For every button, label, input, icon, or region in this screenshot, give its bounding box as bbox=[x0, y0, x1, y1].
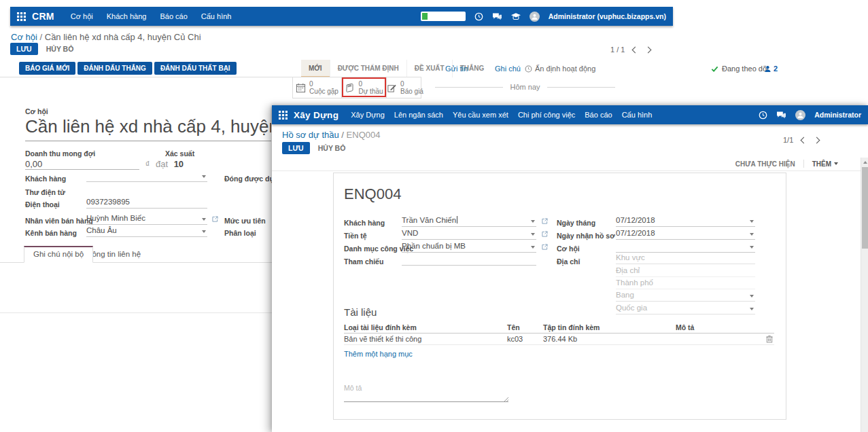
description-textarea[interactable]: Mô tả bbox=[344, 384, 362, 392]
breadcrumb-current: ENQ004 bbox=[347, 130, 381, 140]
col-description: Mô tả bbox=[676, 323, 694, 331]
more-dropdown[interactable]: THÊM bbox=[812, 160, 838, 168]
menu-bao-cao[interactable]: Báo cáo bbox=[585, 111, 612, 119]
menu-cau-hinh[interactable]: Cấu hình bbox=[201, 12, 232, 20]
mark-won-button[interactable]: ĐÁNH DẤU THẮNG bbox=[77, 62, 152, 75]
salesperson-external-link-icon[interactable] bbox=[212, 216, 218, 222]
pager-next-icon[interactable] bbox=[814, 137, 820, 143]
vertical-scrollbar[interactable] bbox=[861, 158, 868, 432]
documents-table: Loại tài liệu đính kèm Tên Tập tin đính … bbox=[344, 322, 774, 358]
stage-new[interactable]: MỚI bbox=[301, 60, 330, 77]
user-avatar[interactable] bbox=[530, 12, 540, 22]
resize-handle-icon[interactable] bbox=[504, 397, 509, 402]
chatter-date-separator: Hôm nay bbox=[435, 83, 615, 91]
address-country-input[interactable]: Quốc gia bbox=[616, 304, 755, 314]
job-category-input[interactable]: Phần chuẩn bị MB bbox=[402, 242, 536, 253]
opportunity-title-input[interactable]: Cần liên hệ xd nhà cấp 4, huyện Củ Chi bbox=[25, 116, 271, 137]
menu-len-ngan-sach[interactable]: Lên ngân sách bbox=[394, 111, 443, 119]
messages-chat-icon[interactable] bbox=[492, 12, 502, 21]
received-date-label: Ngày nhận hồ sơ bbox=[557, 232, 615, 240]
scroll-up-icon[interactable] bbox=[863, 161, 867, 164]
scrollbar-thumb[interactable] bbox=[862, 167, 868, 249]
discard-button[interactable]: HỦY BỎ bbox=[41, 43, 79, 55]
sales-channel-label: Kênh bán hàng bbox=[25, 229, 77, 237]
pager-previous-icon[interactable] bbox=[801, 137, 808, 143]
opportunity-input[interactable] bbox=[616, 242, 755, 253]
save-button[interactable]: LƯU bbox=[10, 43, 38, 55]
mark-lost-button[interactable]: ĐÁNH DẤU THẤT BẠI bbox=[154, 62, 237, 75]
log-note-button[interactable]: Ghi chú bbox=[495, 60, 521, 77]
tags-label: Phân loại bbox=[224, 229, 256, 237]
send-message-button[interactable]: Gửi tin bbox=[445, 60, 468, 77]
received-date-input[interactable]: 07/12/2018 bbox=[616, 229, 755, 240]
phone-input[interactable]: 0937239895 bbox=[86, 198, 207, 209]
cell-attachment-type[interactable]: Bản vẽ thiết kế thi công bbox=[344, 335, 421, 343]
customer-external-link-icon[interactable] bbox=[542, 218, 548, 224]
menu-khach-hang[interactable]: Khách hàng bbox=[107, 12, 147, 20]
screen: CRM Cơ hội Khách hàng Báo cáo Cấu hình bbox=[0, 0, 868, 432]
menu-bao-cao[interactable]: Báo cáo bbox=[160, 12, 187, 20]
construction-navbar-right: Administrator bbox=[759, 110, 861, 120]
reference-input[interactable] bbox=[402, 255, 536, 266]
following-toggle[interactable]: Đang theo dõi bbox=[711, 60, 769, 77]
probability-label: Xác suất bbox=[165, 149, 194, 158]
email-label: Thư điện tử bbox=[25, 188, 65, 196]
probability-value[interactable]: 10 bbox=[174, 159, 184, 169]
cell-name[interactable]: kc03 bbox=[507, 335, 523, 343]
add-line-link[interactable]: Thêm một hạng mục bbox=[344, 350, 774, 358]
address-city-input[interactable]: Thành phố bbox=[616, 278, 755, 289]
menu-chi-phi-cong-viec[interactable]: Chi phí công việc bbox=[518, 111, 575, 119]
job-category-external-link-icon[interactable] bbox=[542, 244, 548, 250]
quotations-stat-button[interactable]: 0Báo giá bbox=[387, 77, 423, 98]
expected-revenue-input[interactable]: 0,00 bbox=[25, 159, 139, 170]
priority-label: Mức ưu tiên bbox=[224, 217, 266, 225]
schedule-activity-button[interactable]: Ấn định hoạt động bbox=[525, 60, 595, 77]
menu-cau-hinh[interactable]: Cấu hình bbox=[622, 111, 653, 119]
new-quotation-button[interactable]: BÁO GIÁ MỚI bbox=[19, 62, 75, 75]
timer-widget[interactable] bbox=[421, 12, 466, 21]
messages-chat-icon[interactable] bbox=[776, 111, 786, 120]
description-underline bbox=[344, 401, 508, 402]
date-input[interactable]: 07/12/2018 bbox=[616, 216, 755, 227]
address-street-input[interactable]: Địa chỉ bbox=[616, 266, 755, 277]
address-state-input[interactable]: Bang bbox=[616, 291, 755, 302]
pager-next-icon[interactable] bbox=[645, 46, 652, 53]
activities-clock-icon[interactable] bbox=[474, 12, 483, 21]
save-button[interactable]: LƯU bbox=[282, 142, 310, 154]
discard-button[interactable]: HỦY BỎ bbox=[313, 142, 351, 154]
edit-controls: LƯU HỦY BỎ bbox=[282, 142, 350, 154]
menu-xay-dung[interactable]: Xây Dựng bbox=[351, 111, 385, 119]
user-menu[interactable]: Administrator (vuphuc.bizapps.vn) bbox=[549, 12, 666, 20]
sales-channel-input[interactable]: Châu Âu bbox=[86, 226, 207, 237]
activities-clock-icon[interactable] bbox=[759, 111, 767, 120]
breadcrumb-parent[interactable]: Hồ sơ dự thầu bbox=[282, 130, 339, 140]
meetings-stat-button[interactable]: 0Cuộc gặp bbox=[293, 77, 342, 98]
pager-previous-icon[interactable] bbox=[632, 46, 639, 53]
stage-qualified[interactable]: ĐƯỢC THẨM ĐỊNH bbox=[330, 60, 406, 77]
cell-attached-file[interactable]: 376.44 Kb bbox=[543, 335, 577, 343]
tab-internal-notes[interactable]: Ghi chú nội bộ bbox=[24, 246, 93, 263]
user-menu[interactable]: Administrator bbox=[814, 111, 861, 119]
address-area-input[interactable]: Khu vực bbox=[616, 253, 755, 264]
user-avatar[interactable] bbox=[795, 110, 805, 120]
menu-co-hoi[interactable]: Cơ hội bbox=[71, 12, 93, 20]
breadcrumb-parent[interactable]: Cơ hội bbox=[11, 32, 37, 42]
menu-yeu-cau-xem-xet[interactable]: Yêu cầu xem xét bbox=[453, 111, 508, 119]
chevron-down-icon bbox=[834, 162, 838, 165]
date-label: Ngày tháng bbox=[557, 219, 595, 227]
academy-cap-icon[interactable] bbox=[511, 13, 521, 20]
delete-row-trash-icon[interactable] bbox=[766, 335, 773, 343]
customer-input[interactable]: Trần Văn Chiến bbox=[402, 216, 536, 227]
crm-main-menu: Cơ hội Khách hàng Báo cáo Cấu hình bbox=[71, 12, 232, 20]
currency-external-link-icon[interactable] bbox=[542, 231, 548, 237]
customer-input[interactable] bbox=[86, 171, 207, 182]
apps-grid-icon[interactable] bbox=[17, 12, 26, 21]
table-row[interactable]: Bản vẽ thiết kế thi công kc03 376.44 Kb bbox=[344, 334, 774, 345]
salesperson-input[interactable]: Huỳnh Minh Biếc bbox=[86, 214, 207, 225]
stage-not-done[interactable]: CHƯA THỰC HIỆN bbox=[735, 160, 795, 168]
apps-grid-icon[interactable] bbox=[279, 111, 288, 120]
currency-input[interactable]: VND bbox=[402, 229, 536, 240]
followers-counter[interactable]: 2 bbox=[764, 60, 778, 77]
col-attached-file: Tập tin đính kèm bbox=[543, 323, 600, 331]
construction-main-menu: Xây Dựng Lên ngân sách Yêu cầu xem xét C… bbox=[351, 111, 652, 119]
